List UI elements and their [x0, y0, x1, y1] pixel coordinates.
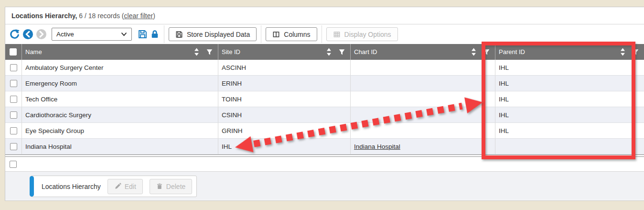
parent-id-cell: IHL [495, 107, 644, 122]
chart-id-cell [350, 107, 495, 122]
filter-funnel-icon[interactable] [206, 49, 213, 55]
name-cell: Cardiothoracic Surgery [21, 107, 218, 122]
columns-icon [272, 31, 280, 38]
chart-id-cell [350, 76, 495, 91]
name-cell: Eye Specialty Group [21, 123, 218, 138]
site-id-cell: TOINH [218, 91, 350, 107]
sort-icon[interactable] [471, 48, 476, 56]
page: Locations Hierarchy, 6 / 18 records (cle… [0, 0, 644, 210]
filter-funnel-icon[interactable] [339, 49, 345, 55]
record-count: 6 / 18 records [77, 12, 121, 20]
toolbar-separator [261, 25, 261, 43]
chart-id-cell [350, 123, 495, 138]
row-checkbox[interactable] [10, 96, 17, 103]
column-label: Name [25, 48, 194, 55]
store-displayed-data-button[interactable]: Store Displayed Data [169, 27, 257, 41]
site-id-cell: GRINH [218, 123, 350, 138]
chart-id-cell [350, 91, 495, 107]
edit-label: Edit [125, 183, 136, 190]
delete-button[interactable]: Delete [150, 179, 192, 194]
row-checkbox[interactable] [10, 80, 17, 87]
parent-id-cell: IHL [495, 123, 644, 138]
row-checkbox[interactable] [10, 143, 17, 150]
column-label: Parent ID [499, 48, 620, 55]
table-row[interactable]: Ambulatory Surgery Center ASCINH IHL [5, 60, 644, 76]
accent-bar [30, 176, 34, 197]
column-header-chart-id[interactable]: Chart ID [350, 44, 495, 60]
site-id-cell: CSINH [218, 107, 350, 122]
column-label: Chart ID [354, 48, 471, 55]
row-checkbox[interactable] [10, 111, 17, 119]
name-cell: Indiana Hospital [21, 139, 218, 154]
page-title: Locations Hierarchy, [11, 12, 77, 20]
table-row[interactable]: Indiana Hospital IHL Indiana Hospital [5, 139, 644, 155]
columns-label: Columns [284, 31, 310, 38]
table-row[interactable]: Eye Specialty Group GRINH IHL [5, 123, 644, 139]
site-id-cell: ASCINH [218, 60, 350, 75]
footer-checkbox[interactable] [10, 161, 17, 168]
chart-id-cell [350, 60, 495, 75]
site-id-cell: ERINH [218, 76, 350, 91]
table-row[interactable]: Cardiothoracic Surgery CSINH IHL [5, 107, 644, 123]
view-filter-value: Active [56, 31, 121, 38]
footer-row [5, 157, 644, 172]
select-all-checkbox[interactable] [10, 48, 17, 55]
pencil-icon [114, 183, 121, 190]
sort-icon[interactable] [194, 48, 199, 56]
row-checkbox[interactable] [10, 64, 17, 71]
filter-funnel-icon[interactable] [483, 49, 490, 55]
toolbar-separator [164, 25, 164, 43]
parent-id-cell: IHL [495, 91, 644, 107]
action-area: Locations Hierarchy Edit Delete [5, 172, 644, 200]
parent-id-cell: IHL [495, 60, 644, 75]
parent-id-cell: IHL [495, 76, 644, 91]
chart-id-cell: Indiana Hospital [350, 139, 495, 154]
filter-funnel-icon[interactable] [633, 49, 639, 55]
store-displayed-data-label: Store Displayed Data [187, 31, 250, 38]
clear-filter-link[interactable]: clear filter [124, 12, 153, 20]
action-card-label: Locations Hierarchy [42, 183, 101, 190]
toolbar: Active Store Displayed Data [5, 24, 644, 44]
paren-close: ) [153, 12, 155, 20]
table-row[interactable]: Tech Office TOINH IHL [5, 91, 644, 107]
edit-button[interactable]: Edit [107, 179, 143, 194]
name-cell: Ambulatory Surgery Center [21, 60, 218, 75]
refresh-icon[interactable] [9, 29, 20, 40]
column-header-site-id[interactable]: Site ID [218, 44, 350, 60]
sort-icon[interactable] [620, 48, 625, 56]
title-bar: Locations Hierarchy, 6 / 18 records (cle… [5, 7, 644, 24]
column-header-parent-id[interactable]: Parent ID [495, 44, 644, 60]
lock-icon[interactable] [150, 29, 160, 39]
save-view-icon[interactable] [138, 29, 148, 39]
grid-icon [333, 31, 341, 38]
toolbar-separator [322, 25, 322, 43]
column-header-name[interactable]: Name [21, 44, 218, 60]
column-label: Site ID [222, 48, 326, 55]
chevron-down-icon [121, 32, 127, 36]
display-options-label: Display Options [344, 31, 391, 38]
floppy-disk-icon [175, 31, 183, 38]
selection-action-card: Locations Hierarchy Edit Delete [31, 176, 197, 197]
locations-hierarchy-panel: Locations Hierarchy, 6 / 18 records (cle… [5, 7, 644, 201]
name-cell: Emergency Room [21, 76, 218, 91]
sort-icon[interactable] [326, 48, 332, 56]
select-all-cell [5, 44, 21, 60]
delete-label: Delete [166, 183, 185, 190]
site-id-cell: IHL [218, 139, 350, 154]
view-filter-select[interactable]: Active [52, 28, 132, 41]
forward-icon[interactable] [36, 29, 47, 40]
table-row[interactable]: Emergency Room ERINH IHL [5, 76, 644, 91]
back-icon[interactable] [22, 29, 33, 40]
trash-icon [156, 183, 163, 190]
name-cell: Tech Office [21, 91, 218, 107]
table-header: Name Site ID Chart ID [5, 44, 644, 60]
display-options-button[interactable]: Display Options [326, 27, 398, 41]
chart-id-link[interactable]: Indiana Hospital [354, 143, 400, 150]
parent-id-cell [495, 139, 644, 154]
columns-button[interactable]: Columns [266, 27, 317, 41]
row-checkbox[interactable] [10, 127, 17, 134]
